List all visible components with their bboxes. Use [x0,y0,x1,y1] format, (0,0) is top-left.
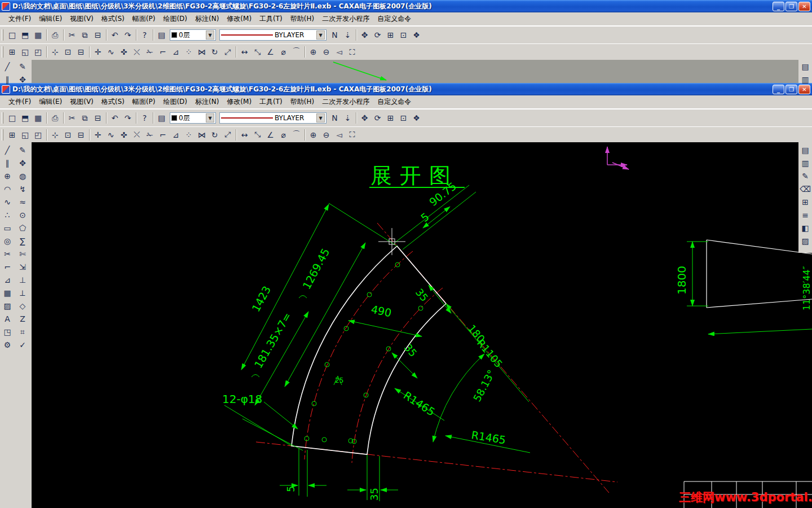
menu-sheet[interactable]: 幅面(P) [129,13,160,25]
zoom-previous-button[interactable]: ◅ [333,46,346,58]
cut-button[interactable]: ✂ [65,29,78,41]
menu-edit[interactable]: 编辑(E) [35,13,66,25]
zigzag-tool-button[interactable]: Z [16,313,29,325]
dim-linear-button[interactable]: ↔ [238,129,251,141]
layer-combo[interactable]: 0层 ▼ [170,112,216,124]
minimize-button[interactable]: _ [773,85,784,94]
dim-aligned-button[interactable]: ⤡ [251,46,264,58]
polygon-tool-button[interactable]: ⬠ [16,222,29,234]
undo-button[interactable]: ↶ [108,29,121,41]
menu-help[interactable]: 帮助(H) [286,13,318,25]
zoom-in-button[interactable]: ⊕ [307,46,320,58]
print-button[interactable]: ⎙ [48,29,61,41]
mirror-tool-button[interactable]: ⋈ [195,46,208,58]
edit-view-button[interactable]: ✎ [799,170,812,182]
array-tool-button[interactable]: ⁘ [182,46,195,58]
refresh-view-button[interactable]: ⟳ [371,29,384,41]
perpendicular-tool-button[interactable]: ⊥ [16,274,29,286]
rotate-tool-button[interactable]: ↻ [208,129,221,141]
rotate-tool-button[interactable]: ↻ [208,46,221,58]
node-edit-button[interactable]: ✜ [117,129,130,141]
help-button[interactable]: ? [138,29,151,41]
edit-extend-button[interactable]: ⌐ [1,261,14,273]
list-view-button[interactable]: ≡ [799,209,812,221]
new-layer-button[interactable]: N [328,112,341,124]
grid-tool-button[interactable]: ⌗ [16,326,29,338]
open-button[interactable]: ⬒ [19,112,32,124]
trim-tool-button[interactable]: ✁ [143,46,156,58]
draw-line-button[interactable]: ╱ [1,60,14,73]
dim-angular-button[interactable]: ∠ [264,46,277,58]
restore-button[interactable]: ❐ [785,85,797,94]
draw-parallel-button[interactable]: ∥ [1,157,14,169]
redo-button[interactable]: ↷ [121,29,134,41]
menu-edit[interactable]: 编辑(E) [35,96,66,108]
pan-tool-button[interactable]: ✛ [91,129,104,141]
region-zoom-button[interactable]: ⊞ [384,112,397,124]
pick-filter-button[interactable]: ⊟ [74,129,87,141]
break-tool-button[interactable]: ⤬ [130,129,143,141]
pan-view-button[interactable]: ✥ [358,112,371,124]
draw-parallel-button[interactable]: ∥ [1,73,14,86]
menu-draw[interactable]: 绘图(D) [159,96,191,108]
menu-modify[interactable]: 修改(M) [223,96,255,108]
chamfer-tool-button[interactable]: ⊿ [169,46,182,58]
menu-custom-commands[interactable]: 自定义命令 [373,13,415,25]
pick-point-button[interactable]: ⊹ [48,46,61,58]
sketch-pencil-button[interactable]: ✎ [16,60,29,73]
linestyle-combo-arrow-icon[interactable]: ▼ [316,30,325,40]
dim-angular-button[interactable]: ∠ [264,129,277,141]
menu-format[interactable]: 格式(S) [98,96,129,108]
redo-button[interactable]: ↷ [121,112,134,124]
render-mode-button[interactable]: ❖ [410,112,423,124]
view-manager-button[interactable]: ▥ [799,157,812,169]
hatch-tool-button[interactable]: ▨ [1,300,14,312]
menu-custom-commands[interactable]: 自定义命令 [373,96,415,108]
save-button[interactable]: ▦ [32,29,45,41]
zoom-dynamic-button[interactable]: ◱ [19,129,32,141]
edit-trim-button[interactable]: ✂ [1,248,14,260]
zoom-out-button[interactable]: ⊖ [320,129,333,141]
dim-radius-button[interactable]: ⌀ [277,129,290,141]
show-all-button[interactable]: ⊡ [397,29,410,41]
offset-tool-button[interactable]: ⇲ [16,261,29,273]
check-tool-button[interactable]: ✓ [16,339,29,351]
menu-file[interactable]: 文件(F) [5,13,35,25]
pick-filter-button[interactable]: ⊟ [74,46,87,58]
move-tool-button[interactable]: ✥ [16,73,29,86]
donut-tool-button[interactable]: ⊙ [16,209,29,221]
toolbar-grip[interactable] [2,46,3,58]
erase-tool-button[interactable]: ✄ [16,248,29,260]
refresh-view-button[interactable]: ⟳ [371,112,384,124]
copy-button[interactable]: ⧉ [78,112,91,124]
trim-tool-button[interactable]: ✁ [143,129,156,141]
linestyle-combo[interactable]: BYLAYER ▼ [219,112,326,124]
dim-linear-button[interactable]: ↔ [238,46,251,58]
menu-tools[interactable]: 工具(T) [255,13,286,25]
menu-view[interactable]: 视图(V) [66,96,98,108]
layer-combo-arrow-icon[interactable]: ▼ [206,113,214,122]
toolbar-grip[interactable] [2,112,3,124]
half-section-view-button[interactable]: ◧ [799,222,812,234]
drawing-canvas[interactable]: 展开图 90.75 5 1269.45 1423 181.35×7= 490 3… [32,142,812,508]
zoom-dynamic-button[interactable]: ◱ [19,46,32,58]
save-button[interactable]: ▦ [32,112,45,124]
zoom-window-button[interactable]: ⊞ [6,129,19,141]
layer-down-button[interactable]: ⇣ [341,29,354,41]
center-mark-button[interactable]: ◍ [16,170,29,182]
dim-aligned-button[interactable]: ⤡ [251,129,264,141]
dim-arc-button[interactable]: ⌒ [290,129,303,141]
linestyle-combo-arrow-icon[interactable]: ▼ [316,113,325,122]
zoom-page-button[interactable]: ◰ [32,46,45,58]
draw-point-button[interactable]: ∴ [1,209,14,221]
new-button[interactable]: □ [6,112,19,124]
node-edit-button[interactable]: ✜ [117,46,130,58]
menu-dimension[interactable]: 标注(N) [191,13,223,25]
close-button[interactable]: ✕ [798,2,810,11]
pick-box-button[interactable]: ⊡ [61,46,74,58]
zoom-all-button[interactable]: ⛶ [346,129,359,141]
block-tool-button[interactable]: ◳ [1,326,14,338]
wave-line-button[interactable]: ≈ [16,196,29,208]
draw-circle-button[interactable]: ⊕ [1,170,14,182]
menu-draw[interactable]: 绘图(D) [159,13,191,25]
